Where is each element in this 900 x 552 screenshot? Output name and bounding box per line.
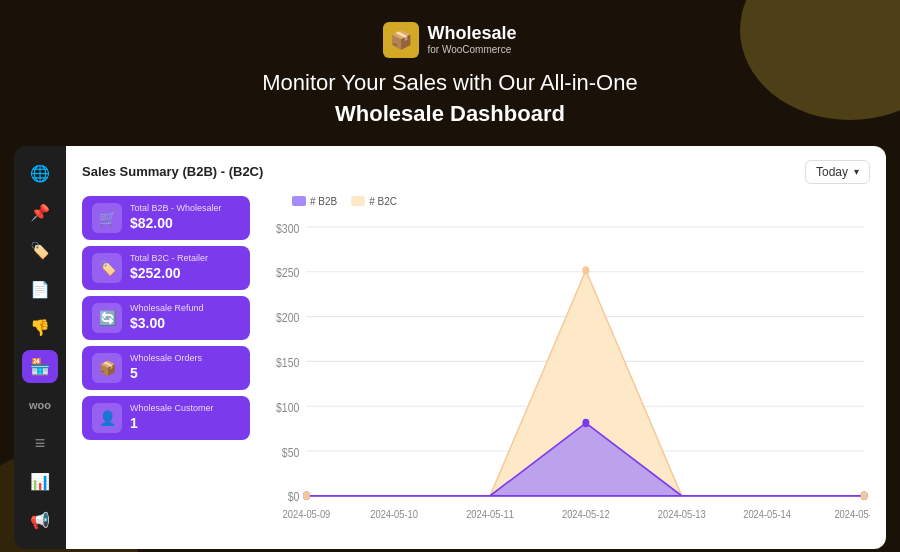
sidebar-icon-thumb[interactable]: 👎	[22, 312, 58, 345]
chart-b2b-area	[306, 423, 864, 496]
stat-label-b2c: Total B2C - Retailer	[130, 253, 208, 264]
sidebar-icon-list[interactable]: ≡	[22, 427, 58, 460]
sidebar-icon-globe[interactable]: 🌐	[22, 158, 58, 191]
sidebar-icon-pin[interactable]: 📌	[22, 196, 58, 229]
stat-card-b2c: 🏷️ Total B2C - Retailer $252.00	[82, 246, 250, 290]
svg-text:$300: $300	[276, 220, 299, 234]
stat-icon-orders: 📦	[92, 353, 122, 383]
panel-body: 🛒 Total B2B - Wholesaler $82.00 🏷️ Total…	[82, 196, 870, 535]
svg-text:$50: $50	[282, 444, 300, 458]
sidebar-icon-chart[interactable]: 📊	[22, 466, 58, 499]
svg-text:2024-05-14: 2024-05-14	[743, 508, 791, 520]
svg-text:2024-05-10: 2024-05-10	[370, 508, 418, 520]
date-dropdown-label: Today	[816, 165, 848, 179]
stat-value-b2b: $82.00	[130, 214, 222, 232]
stat-value-b2c: $252.00	[130, 264, 208, 282]
stat-value-orders: 5	[130, 364, 202, 382]
logo-title: Wholesale	[427, 24, 516, 44]
logo-emoji: 📦	[390, 29, 412, 51]
panel-title: Sales Summary (B2B) - (B2C)	[82, 164, 263, 179]
chart-svg-container: $300 $250 $200 $150 $100 $50 $0 2024-05-…	[262, 213, 870, 535]
sidebar-icon-tag[interactable]: 🏷️	[22, 235, 58, 268]
chart-area: # B2B # B2C	[262, 196, 870, 535]
legend-label-b2c: # B2C	[369, 196, 397, 207]
svg-text:2024-05-12: 2024-05-12	[562, 508, 610, 520]
stat-label-b2b: Total B2B - Wholesaler	[130, 203, 222, 214]
chart-svg: $300 $250 $200 $150 $100 $50 $0 2024-05-…	[262, 213, 870, 535]
legend-swatch-b2c	[351, 196, 365, 206]
svg-text:$200: $200	[276, 310, 299, 324]
svg-text:2024-05-11: 2024-05-11	[466, 508, 514, 520]
chevron-down-icon: ▾	[854, 166, 859, 177]
logo-text: Wholesale for WooCommerce	[427, 24, 516, 56]
sidebar-icon-woo[interactable]: woo	[22, 389, 58, 422]
stat-icon-b2b: 🛒	[92, 203, 122, 233]
stat-card-refund: 🔄 Wholesale Refund $3.00	[82, 296, 250, 340]
chart-dot-b2c-peak	[582, 266, 589, 274]
legend-b2b: # B2B	[292, 196, 337, 207]
sidebar: 🌐 📌 🏷️ 📄 👎 🏪 woo ≡ 📊 📢	[14, 146, 66, 549]
chart-dot-b2b-peak	[582, 418, 589, 426]
logo-icon: 📦	[383, 22, 419, 58]
sidebar-icon-store[interactable]: 🏪	[22, 350, 58, 383]
chart-dot-b2c-end	[861, 491, 868, 499]
chart-dot-b2c-1	[303, 491, 310, 499]
stat-value-refund: $3.00	[130, 314, 204, 332]
chart-legend: # B2B # B2C	[262, 196, 870, 207]
sidebar-icon-layers[interactable]: 📄	[22, 273, 58, 306]
svg-text:$150: $150	[276, 355, 299, 369]
stat-icon-customer: 👤	[92, 403, 122, 433]
sidebar-icon-speaker[interactable]: 📢	[22, 504, 58, 537]
svg-text:$0: $0	[288, 489, 300, 503]
svg-text:2024-05-13: 2024-05-13	[658, 508, 706, 520]
legend-swatch-b2b	[292, 196, 306, 206]
stat-card-orders: 📦 Wholesale Orders 5	[82, 346, 250, 390]
legend-label-b2b: # B2B	[310, 196, 337, 207]
stats-column: 🛒 Total B2B - Wholesaler $82.00 🏷️ Total…	[82, 196, 250, 535]
stat-label-orders: Wholesale Orders	[130, 353, 202, 364]
svg-text:2024-05-09: 2024-05-09	[283, 508, 331, 520]
dashboard-panel: Sales Summary (B2B) - (B2C) Today ▾ 🛒 To…	[66, 146, 886, 549]
panel-header: Sales Summary (B2B) - (B2C) Today ▾	[82, 160, 870, 184]
logo-subtitle: for WooCommerce	[427, 44, 511, 56]
stat-value-customer: 1	[130, 414, 214, 432]
stat-card-customer: 👤 Wholesale Customer 1	[82, 396, 250, 440]
logo-area: 📦 Wholesale for WooCommerce	[0, 22, 900, 58]
main-heading: Monitor Your Sales with Our All-in-One W…	[0, 68, 900, 130]
svg-text:2024-05-15: 2024-05-15	[834, 508, 870, 520]
page-header: 📦 Wholesale for WooCommerce Monitor Your…	[0, 0, 900, 146]
date-dropdown[interactable]: Today ▾	[805, 160, 870, 184]
legend-b2c: # B2C	[351, 196, 397, 207]
stat-label-refund: Wholesale Refund	[130, 303, 204, 314]
stat-icon-refund: 🔄	[92, 303, 122, 333]
stat-label-customer: Wholesale Customer	[130, 403, 214, 414]
stat-card-b2b: 🛒 Total B2B - Wholesaler $82.00	[82, 196, 250, 240]
content-area: 🌐 📌 🏷️ 📄 👎 🏪 woo ≡ 📊 📢 Sales Summary (B2…	[0, 146, 900, 552]
svg-text:$250: $250	[276, 265, 299, 279]
svg-text:$100: $100	[276, 399, 299, 413]
stat-icon-b2c: 🏷️	[92, 253, 122, 283]
